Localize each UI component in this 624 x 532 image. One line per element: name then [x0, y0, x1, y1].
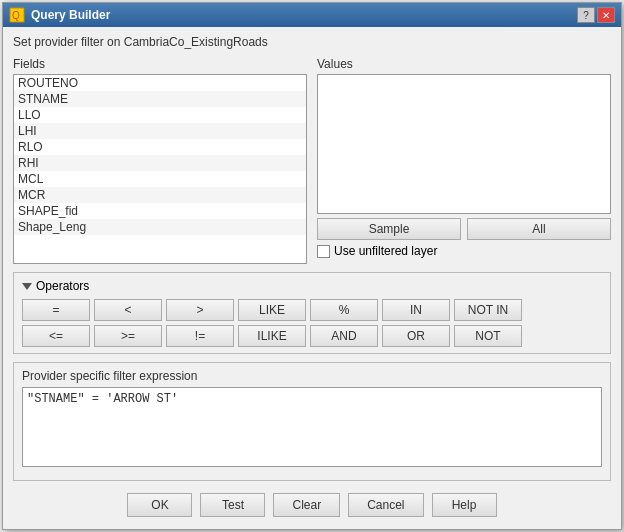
operators-row-2: <=>=!=ILIKEANDORNOT	[22, 325, 602, 347]
app-icon: Q	[9, 7, 25, 23]
unfiltered-checkbox[interactable]	[317, 245, 330, 258]
fields-listbox[interactable]: ROUTENOSTNAMELLOLHIRLORHIMCLMCRSHAPE_fid…	[13, 74, 307, 264]
operators-row-1: =<>LIKE%INNOT IN	[22, 299, 602, 321]
field-item[interactable]: ROUTENO	[14, 75, 306, 91]
operator-button[interactable]: >	[166, 299, 234, 321]
collapse-icon	[22, 283, 32, 290]
filter-textarea[interactable]	[22, 387, 602, 467]
window-content: Set provider filter on CambriaCo_Existin…	[3, 27, 621, 529]
title-buttons: ? ✕	[577, 7, 615, 23]
field-item[interactable]: MCR	[14, 187, 306, 203]
values-buttons: Sample All	[317, 218, 611, 240]
field-item[interactable]: RHI	[14, 155, 306, 171]
fields-values-row: Fields ROUTENOSTNAMELLOLHIRLORHIMCLMCRSH…	[13, 57, 611, 264]
field-item[interactable]: MCL	[14, 171, 306, 187]
test-button[interactable]: Test	[200, 493, 265, 517]
unfiltered-row: Use unfiltered layer	[317, 244, 611, 258]
operators-title[interactable]: Operators	[22, 279, 602, 293]
operator-button[interactable]: <=	[22, 325, 90, 347]
sample-button[interactable]: Sample	[317, 218, 461, 240]
ok-button[interactable]: OK	[127, 493, 192, 517]
help-button[interactable]: ?	[577, 7, 595, 23]
svg-text:Q: Q	[12, 10, 20, 21]
fields-label: Fields	[13, 57, 307, 71]
operators-grid: =<>LIKE%INNOT IN <=>=!=ILIKEANDORNOT	[22, 299, 602, 347]
unfiltered-label: Use unfiltered layer	[334, 244, 437, 258]
filter-label: Provider specific filter expression	[22, 369, 602, 383]
field-item[interactable]: STNAME	[14, 91, 306, 107]
operator-button[interactable]: NOT	[454, 325, 522, 347]
field-item[interactable]: SHAPE_fid	[14, 203, 306, 219]
close-button[interactable]: ✕	[597, 7, 615, 23]
fields-section: Fields ROUTENOSTNAMELLOLHIRLORHIMCLMCRSH…	[13, 57, 307, 264]
cancel-button[interactable]: Cancel	[348, 493, 423, 517]
window-title: Query Builder	[31, 8, 110, 22]
operator-button[interactable]: IN	[382, 299, 450, 321]
field-item[interactable]: LHI	[14, 123, 306, 139]
filter-section: Provider specific filter expression	[13, 362, 611, 481]
help-bottom-button[interactable]: Help	[432, 493, 497, 517]
operators-section: Operators =<>LIKE%INNOT IN <=>=!=ILIKEAN…	[13, 272, 611, 354]
values-section: Values Sample All Use unfiltered layer	[317, 57, 611, 264]
bottom-buttons: OK Test Clear Cancel Help	[13, 487, 611, 521]
field-item[interactable]: RLO	[14, 139, 306, 155]
values-listbox[interactable]	[317, 74, 611, 214]
field-item[interactable]: Shape_Leng	[14, 219, 306, 235]
operator-button[interactable]: AND	[310, 325, 378, 347]
operator-button[interactable]: <	[94, 299, 162, 321]
operator-button[interactable]: >=	[94, 325, 162, 347]
values-label: Values	[317, 57, 611, 71]
title-bar-left: Q Query Builder	[9, 7, 110, 23]
operator-button[interactable]: =	[22, 299, 90, 321]
title-bar: Q Query Builder ? ✕	[3, 3, 621, 27]
operator-button[interactable]: %	[310, 299, 378, 321]
query-builder-window: Q Query Builder ? ✕ Set provider filter …	[2, 2, 622, 530]
operators-label: Operators	[36, 279, 89, 293]
operator-button[interactable]: NOT IN	[454, 299, 522, 321]
operator-button[interactable]: OR	[382, 325, 450, 347]
field-item[interactable]: LLO	[14, 107, 306, 123]
subtitle: Set provider filter on CambriaCo_Existin…	[13, 35, 611, 49]
all-button[interactable]: All	[467, 218, 611, 240]
operator-button[interactable]: LIKE	[238, 299, 306, 321]
operator-button[interactable]: !=	[166, 325, 234, 347]
clear-button[interactable]: Clear	[273, 493, 340, 517]
operator-button[interactable]: ILIKE	[238, 325, 306, 347]
